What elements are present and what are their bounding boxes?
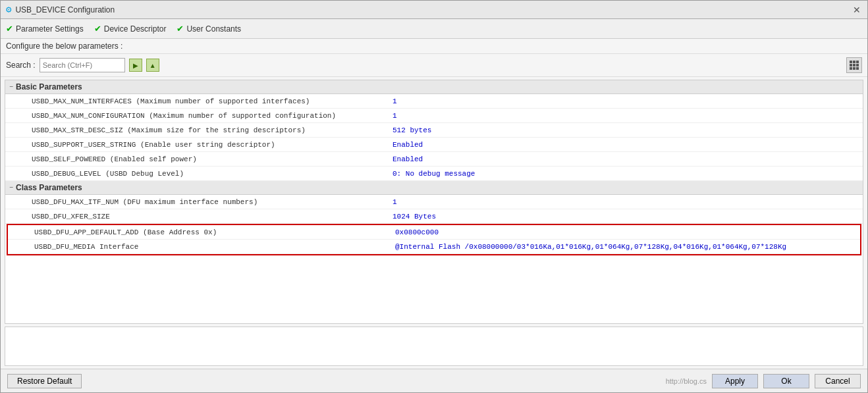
table-row[interactable]: USBD_DFU_MAX_ITF_NUM (DFU maximum interf… <box>5 195 863 209</box>
apply-button[interactable]: Apply <box>712 374 758 388</box>
param-value: 512 bytes <box>387 125 437 136</box>
grid-view-button[interactable] <box>846 57 862 73</box>
table-row[interactable]: USBD_SUPPORT_USER_STRING (Enable user st… <box>5 138 863 152</box>
nav-prev-button[interactable]: ▲ <box>146 59 159 72</box>
param-name: USBD_SUPPORT_USER_STRING (Enable user st… <box>5 140 387 150</box>
search-label: Search : <box>6 61 36 70</box>
restore-default-button[interactable]: Restore Default <box>7 374 82 388</box>
section-title: Class Parameters <box>16 183 82 192</box>
param-value: 1 <box>387 197 402 207</box>
table-row[interactable]: USBD_DEBUG_LEVEL (USBD Debug Level) 0: N… <box>5 167 863 181</box>
tab-parameter-settings[interactable]: ✔ Parameter Settings <box>6 24 84 34</box>
collapse-icon: − <box>9 184 13 192</box>
title-bar: ⚙ USB_DEVICE Configuration ✕ <box>1 1 867 19</box>
param-value: 0: No debug message <box>387 169 480 179</box>
basic-params-rows: USBD_MAX_NUM_INTERFACES (Maximum number … <box>5 94 863 181</box>
tab-label: Parameter Settings <box>16 24 84 34</box>
param-value: Enabled <box>387 154 428 165</box>
tabs-bar: ✔ Parameter Settings ✔ Device Descriptor… <box>1 19 867 39</box>
param-value: 1024 Bytes <box>387 211 441 222</box>
param-name: USBD_DFU_APP_DEFAULT_ADD (Base Address 0… <box>8 227 390 238</box>
param-name: USBD_DFU_MAX_ITF_NUM (DFU maximum interf… <box>5 197 387 207</box>
parameters-content: − Basic Parameters USBD_MAX_NUM_INTERFAC… <box>5 80 863 324</box>
search-bar: Search : ▶ ▲ <box>1 54 867 77</box>
tab-check-icon: ✔ <box>94 24 101 34</box>
grid-icon <box>850 61 859 70</box>
table-row[interactable]: USBD_DFU_XFER_SIZE 1024 Bytes <box>5 209 863 224</box>
highlighted-params-group: USBD_DFU_APP_DEFAULT_ADD (Base Address 0… <box>7 224 861 255</box>
watermark-text: http://blog.cs <box>666 377 707 385</box>
tab-label: User Constants <box>186 24 241 34</box>
tab-label: Device Descriptor <box>104 24 167 34</box>
subheader: Configure the below parameters : <box>1 39 867 54</box>
bottom-right: http://blog.cs Apply Ok Cancel <box>666 374 861 388</box>
param-value: Enabled <box>387 140 428 150</box>
basic-params-header[interactable]: − Basic Parameters <box>5 80 863 94</box>
table-row[interactable]: USBD_MAX_NUM_INTERFACES (Maximum number … <box>5 94 863 109</box>
class-params-header[interactable]: − Class Parameters <box>5 181 863 195</box>
param-value: 1 <box>387 96 402 107</box>
param-value: @Internal Flash /0x08000000/03*016Ka,01*… <box>390 242 792 252</box>
lower-area <box>5 327 863 366</box>
param-name: USBD_MAX_STR_DESC_SIZ (Maximum size for … <box>5 125 387 136</box>
table-row[interactable]: USBD_MAX_NUM_CONFIGURATION (Maximum numb… <box>5 109 863 123</box>
main-window: ⚙ USB_DEVICE Configuration ✕ ✔ Parameter… <box>0 0 868 393</box>
param-value: 0x0800c000 <box>390 227 444 238</box>
table-row[interactable]: USBD_MAX_STR_DESC_SIZ (Maximum size for … <box>5 123 863 138</box>
table-row[interactable]: USBD_DFU_MEDIA Interface @Internal Flash… <box>8 240 860 254</box>
tab-device-descriptor[interactable]: ✔ Device Descriptor <box>94 24 167 34</box>
usb-icon: ⚙ <box>6 4 11 15</box>
param-name: USBD_DFU_XFER_SIZE <box>5 211 387 222</box>
window-title: USB_DEVICE Configuration <box>15 5 115 14</box>
tab-check-icon: ✔ <box>176 24 184 34</box>
title-bar-left: ⚙ USB_DEVICE Configuration <box>6 4 115 15</box>
bottom-left: Restore Default <box>7 374 82 388</box>
param-name: USBD_MAX_NUM_INTERFACES (Maximum number … <box>5 96 387 107</box>
param-name: USBD_DEBUG_LEVEL (USBD Debug Level) <box>5 169 387 179</box>
close-button[interactable]: ✕ <box>852 5 862 14</box>
param-name: USBD_MAX_NUM_CONFIGURATION (Maximum numb… <box>5 111 387 121</box>
bottom-bar: Restore Default http://blog.cs Apply Ok … <box>1 369 867 392</box>
ok-button[interactable]: Ok <box>763 374 809 388</box>
class-params-rows: USBD_DFU_MAX_ITF_NUM (DFU maximum interf… <box>5 195 863 255</box>
table-row[interactable]: USBD_DFU_APP_DEFAULT_ADD (Base Address 0… <box>8 225 860 240</box>
search-input[interactable] <box>40 58 125 72</box>
table-row[interactable]: USBD_SELF_POWERED (Enabled self power) E… <box>5 152 863 167</box>
param-name: USBD_DFU_MEDIA Interface <box>8 242 390 252</box>
nav-next-button[interactable]: ▶ <box>129 59 142 72</box>
tab-user-constants[interactable]: ✔ User Constants <box>176 24 241 34</box>
param-value: 1 <box>387 111 402 121</box>
param-name: USBD_SELF_POWERED (Enabled self power) <box>5 154 387 165</box>
tab-check-icon: ✔ <box>6 24 13 34</box>
collapse-icon: − <box>9 84 13 91</box>
cancel-button[interactable]: Cancel <box>815 374 861 388</box>
section-title: Basic Parameters <box>16 82 82 92</box>
